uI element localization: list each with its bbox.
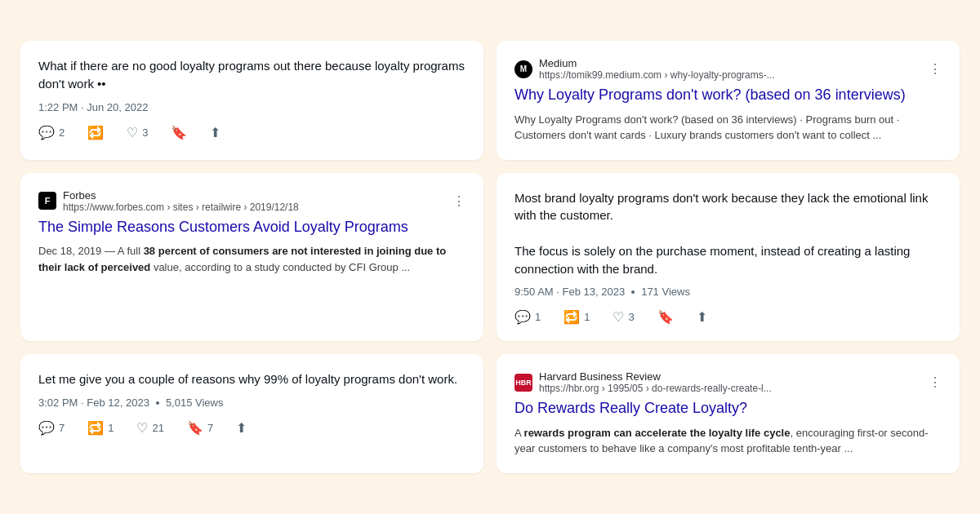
bookmark-icon-2: 🔖 xyxy=(657,309,674,325)
tweet-1-actions: 💬 2 🔁 ♡ 3 🔖 ⬆ xyxy=(38,125,466,140)
tweet-card-2: Most brand loyalty programs don't work b… xyxy=(497,173,960,342)
search-result-1: M Medium https://tomik99.medium.com › wh… xyxy=(497,41,960,159)
retweet-button-3[interactable]: 🔁 1 xyxy=(87,420,114,436)
retweet-count-2: 1 xyxy=(584,311,590,323)
content-grid: What if there are no good loyalty progra… xyxy=(20,41,960,473)
like-count-3: 21 xyxy=(152,422,163,434)
like-icon-3: ♡ xyxy=(136,420,148,436)
share-icon-2: ⬆ xyxy=(697,309,707,325)
reply-button-2[interactable]: 💬 1 xyxy=(514,309,541,325)
hbr-icon: HBR xyxy=(514,374,532,392)
tweet-1-text: What if there are no good loyalty progra… xyxy=(38,57,466,93)
result-2-more-options[interactable]: ⋮ xyxy=(452,193,466,209)
result-1-source-left: M Medium https://tomik99.medium.com › wh… xyxy=(514,57,775,81)
tweet-card-3: Let me give you a couple of reasons why … xyxy=(20,354,483,472)
tweet-3-actions: 💬 7 🔁 1 ♡ 21 🔖 7 ⬆ xyxy=(38,420,466,436)
result-3-title[interactable]: Do Rewards Really Create Loyalty? xyxy=(514,399,942,418)
tweet-2-text: Most brand loyalty programs don't work b… xyxy=(514,189,942,278)
like-button-3[interactable]: ♡ 21 xyxy=(136,420,163,436)
dot-separator-2 xyxy=(631,290,635,294)
like-icon-2: ♡ xyxy=(612,309,624,325)
retweet-button-2[interactable]: 🔁 1 xyxy=(564,309,590,325)
reply-icon-3: 💬 xyxy=(38,420,55,436)
reply-button-3[interactable]: 💬 7 xyxy=(38,420,65,436)
result-3-more-options[interactable]: ⋮ xyxy=(929,374,942,390)
result-2-source: F Forbes https://www.forbes.com › sites … xyxy=(38,189,466,213)
reply-icon-1: 💬 xyxy=(38,125,55,140)
result-1-source-info: Medium https://tomik99.medium.com › why-… xyxy=(539,57,775,81)
bookmark-button-3[interactable]: 🔖 7 xyxy=(187,420,213,436)
result-1-title[interactable]: Why Loyalty Programs don't work? (based … xyxy=(514,86,942,104)
retweet-icon-3: 🔁 xyxy=(87,420,104,436)
result-1-snippet: Why Loyalty Programs don't work? (based … xyxy=(514,112,942,144)
dot-separator-3 xyxy=(156,401,159,405)
tweet-1-timestamp: 1:22 PM · Jun 20, 2022 xyxy=(38,101,148,113)
retweet-icon-2: 🔁 xyxy=(564,309,580,325)
result-2-source-left: F Forbes https://www.forbes.com › sites … xyxy=(38,189,299,213)
like-button-2[interactable]: ♡ 3 xyxy=(612,309,634,325)
tweet-2-actions: 💬 1 🔁 1 ♡ 3 🔖 ⬆ xyxy=(514,309,942,325)
retweet-button-1[interactable]: 🔁 xyxy=(87,125,104,140)
search-result-2: F Forbes https://www.forbes.com › sites … xyxy=(20,173,483,342)
result-2-title[interactable]: The Simple Reasons Customers Avoid Loyal… xyxy=(38,218,466,237)
bookmark-icon-1: 🔖 xyxy=(171,125,187,140)
share-icon-1: ⬆ xyxy=(210,125,220,140)
bookmark-button-2[interactable]: 🔖 xyxy=(657,309,674,325)
tweet-card-1: What if there are no good loyalty progra… xyxy=(20,41,483,159)
result-1-source-name: Medium xyxy=(539,57,775,69)
retweet-count-3: 1 xyxy=(108,422,114,434)
tweet-2-timestamp: 9:50 AM · Feb 13, 2023 xyxy=(514,286,625,298)
result-3-source-url: https://hbr.org › 1995/05 › do-rewards-r… xyxy=(539,383,772,394)
result-2-source-url: https://www.forbes.com › sites › retailw… xyxy=(63,202,299,213)
share-button-2[interactable]: ⬆ xyxy=(697,309,707,325)
reply-icon-2: 💬 xyxy=(514,309,531,325)
result-1-source: M Medium https://tomik99.medium.com › wh… xyxy=(514,57,942,81)
like-count-1: 3 xyxy=(142,126,148,139)
result-3-source-info: Harvard Business Review https://hbr.org … xyxy=(539,370,772,394)
result-3-source: HBR Harvard Business Review https://hbr.… xyxy=(514,370,942,394)
share-button-1[interactable]: ⬆ xyxy=(210,125,220,140)
result-3-source-left: HBR Harvard Business Review https://hbr.… xyxy=(514,370,772,394)
retweet-icon-1: 🔁 xyxy=(87,125,104,140)
medium-icon: M xyxy=(514,60,532,78)
tweet-1-meta: 1:22 PM · Jun 20, 2022 xyxy=(38,101,466,113)
reply-count-3: 7 xyxy=(59,422,65,434)
tweet-3-timestamp: 3:02 PM · Feb 12, 2023 xyxy=(38,397,149,409)
bookmark-count-3: 7 xyxy=(207,422,213,434)
tweet-3-meta: 3:02 PM · Feb 12, 2023 5,015 Views xyxy=(38,397,466,409)
tweet-2-meta: 9:50 AM · Feb 13, 2023 171 Views xyxy=(514,286,942,298)
reply-button-1[interactable]: 💬 2 xyxy=(38,125,65,140)
tweet-3-views: 5,015 Views xyxy=(166,397,224,409)
like-icon-1: ♡ xyxy=(127,125,138,140)
result-2-source-name: Forbes xyxy=(63,189,299,202)
share-icon-3: ⬆ xyxy=(236,420,247,436)
result-1-source-url: https://tomik99.medium.com › why-loyalty… xyxy=(539,69,775,81)
like-button-1[interactable]: ♡ 3 xyxy=(127,125,148,140)
result-1-more-options[interactable]: ⋮ xyxy=(929,61,942,77)
share-button-3[interactable]: ⬆ xyxy=(236,420,247,436)
result-2-source-info: Forbes https://www.forbes.com › sites › … xyxy=(63,189,299,213)
result-2-snippet: Dec 18, 2019 — A full 38 percent of cons… xyxy=(38,243,466,275)
tweet-2-views: 171 Views xyxy=(641,286,690,298)
result-3-snippet: A rewards program can accelerate the loy… xyxy=(514,425,942,457)
like-count-2: 3 xyxy=(628,311,634,323)
bookmark-button-1[interactable]: 🔖 xyxy=(171,125,187,140)
bookmark-icon-3: 🔖 xyxy=(187,420,203,436)
reply-count-2: 1 xyxy=(535,311,541,323)
reply-count-1: 2 xyxy=(59,126,65,139)
result-3-source-name: Harvard Business Review xyxy=(539,370,772,383)
forbes-icon: F xyxy=(38,192,56,210)
tweet-3-text: Let me give you a couple of reasons why … xyxy=(38,370,466,388)
search-result-3: HBR Harvard Business Review https://hbr.… xyxy=(497,354,960,472)
